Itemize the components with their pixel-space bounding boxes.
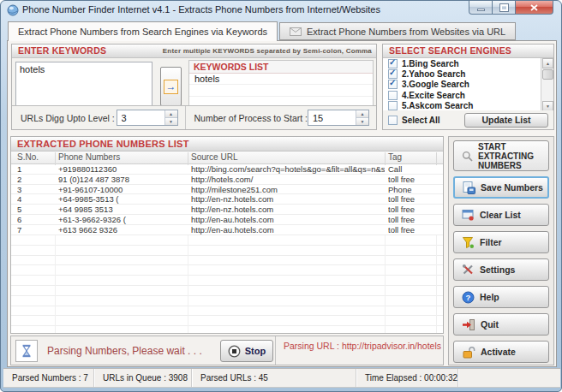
cell-url: http://en-au.hotels.com <box>191 215 385 224</box>
table-row[interactable]: 7 +613 9662 9326 http://en-au.hotels.com… <box>11 225 443 235</box>
parsing-status-text: Parsing Numbers, Please wait . . . <box>47 345 202 357</box>
close-button[interactable] <box>516 1 553 15</box>
checkbox-icon[interactable]: ✓ <box>388 91 398 100</box>
save-numbers-button[interactable]: Save Numbers <box>453 176 549 199</box>
process-count-input[interactable] <box>308 110 356 125</box>
cell-phone: +919880112360 <box>58 164 187 174</box>
maximize-icon <box>500 4 508 11</box>
cell-tag: toll free <box>388 194 436 204</box>
status-segment: URLs in Queue : 3908 <box>94 369 192 387</box>
hourglass-icon <box>20 343 33 359</box>
checkbox-icon[interactable]: ✓ <box>388 59 398 68</box>
column-header-phone[interactable]: Phone Numbers <box>58 152 187 162</box>
app-window: Phone Number Finder Internet v4.1 - Extr… <box>0 0 562 392</box>
search-engine-label: 3.Google Search <box>402 80 469 89</box>
titlebar[interactable]: Phone Number Finder Internet v4.1 - Extr… <box>1 1 561 20</box>
scroll-up-icon[interactable]: ▲ <box>542 58 553 68</box>
table-row[interactable]: 2 91 (0)124 487 3878 http://hotels.com/ … <box>11 175 443 185</box>
filter-button[interactable]: Filter <box>453 231 549 253</box>
search-engine-label: 2.Yahoo Search <box>402 69 465 79</box>
search-engines-list: ✓ 1.Bing Search ✓ 2.Yahoo Search ✓ 3.Goo… <box>383 58 553 111</box>
status-bar: Parsed Numbers : 7 URLs in Queue : 3908 … <box>3 368 560 388</box>
spin-down-icon[interactable]: ▼ <box>165 118 177 125</box>
help-icon: ? <box>462 291 475 304</box>
engines-scrollbar[interactable]: ▲ ▼ <box>541 58 553 111</box>
spin-up-icon[interactable]: ▲ <box>356 110 368 118</box>
digg-level-stepper[interactable]: ▲ ▼ <box>117 110 178 126</box>
tab-bar: Extract Phone Numbers from Search Engine… <box>8 21 516 41</box>
cell-phone: +64-9985-3513 ( <box>58 194 187 204</box>
status-segment: Parsed Numbers : 7 <box>3 369 94 387</box>
column-header-url[interactable]: Source URL <box>191 152 385 162</box>
add-keyword-button[interactable]: → <box>160 67 182 106</box>
update-list-button[interactable]: Update List <box>464 113 548 128</box>
start-extracting-button[interactable]: START EXTRACTING NUMBERS <box>453 140 549 171</box>
status-segment: Parsed URLs : 45 <box>192 369 356 387</box>
clear-list-button[interactable]: Clear List <box>453 204 549 226</box>
cell-phone: 91 (0)124 487 3878 <box>58 175 187 184</box>
search-engines-header: SELECT SEARCH ENGINES <box>389 45 511 57</box>
keywords-input[interactable]: hotels <box>15 62 152 111</box>
select-all-checkbox[interactable]: ✓ <box>388 116 398 125</box>
keyword-item[interactable]: hotels <box>189 74 373 86</box>
help-button[interactable]: ? Help <box>453 286 549 308</box>
checkbox-icon[interactable]: ✓ <box>388 69 398 79</box>
tab-search-engines[interactable]: Extract Phone Numbers from Search Engine… <box>8 21 278 41</box>
keywords-hint: Enter multiple KEYWORDS separated by Sem… <box>163 45 376 57</box>
cell-url: http://en-au.hotels.com <box>191 225 385 235</box>
extracted-numbers-panel: EXTRACTED PHONE NUMBERS LIST S.No. Phone… <box>10 136 444 334</box>
cell-sno: 4 <box>17 194 55 204</box>
search-engine-option[interactable]: ✓ 2.Yahoo Search <box>383 68 553 79</box>
cell-tag: toll free <box>388 215 436 224</box>
checkbox-icon[interactable]: ✓ <box>388 101 398 110</box>
filter-icon <box>462 236 475 249</box>
stop-button[interactable]: Stop <box>220 340 273 362</box>
cell-sno: 6 <box>17 215 55 224</box>
search-engine-option[interactable]: ✓ 3.Google Search <box>383 80 553 90</box>
table-header: S.No. Phone Numbers Source URL Tag <box>11 151 443 164</box>
cell-url: http://en-nz.hotels.com <box>191 205 385 214</box>
digg-level-label: URLs Digg Upto Level : <box>12 113 115 123</box>
checkbox-icon[interactable]: ✓ <box>388 80 398 89</box>
activate-button[interactable]: Activate <box>453 341 549 363</box>
enter-keywords-header: ENTER KEYWORDS <box>18 45 106 57</box>
digg-level-input[interactable] <box>117 110 164 125</box>
column-header-tag[interactable]: Tag <box>388 152 436 162</box>
table-row[interactable]: 3 +91-96107-10000 http://milestone251.co… <box>11 185 443 195</box>
search-engines-panel: SELECT SEARCH ENGINES ✓ 1.Bing Search ✓ … <box>382 44 554 130</box>
minimize-button[interactable] <box>469 1 493 15</box>
search-engine-label: 1.Bing Search <box>402 59 459 68</box>
table-row[interactable]: 1 +919880112360 http://bing.com/search?q… <box>11 164 443 175</box>
unlock-icon <box>462 346 475 359</box>
table-row[interactable]: 5 +64 9985 3513 http://en-nz.hotels.com … <box>11 205 443 215</box>
settings-button[interactable]: Settings <box>453 258 549 281</box>
cell-sno: 2 <box>17 175 55 184</box>
table-row[interactable]: 6 +61-3-9662-9326 ( http://en-au.hotels.… <box>11 215 443 225</box>
svg-text:?: ? <box>466 293 471 302</box>
stop-icon <box>228 345 241 358</box>
maximize-button[interactable] <box>493 1 516 15</box>
cell-url: http://en-nz.hotels.com <box>191 194 385 204</box>
search-engine-option[interactable]: ✓ 4.Excite Search <box>383 90 553 100</box>
process-count-stepper[interactable]: ▲ ▼ <box>308 110 369 126</box>
window-title: Phone Number Finder Internet v4.1 - Extr… <box>22 4 380 15</box>
spin-up-icon[interactable]: ▲ <box>165 110 177 118</box>
cell-tag: toll free <box>388 175 436 184</box>
status-segment: Time Elapsed : 00:00:32 <box>356 369 458 387</box>
table-row[interactable]: 4 +64-9985-3513 ( http://en-nz.hotels.co… <box>11 194 443 205</box>
quit-button[interactable]: Quit <box>453 313 549 336</box>
cell-tag: toll free <box>388 205 436 214</box>
search-icon <box>462 151 473 162</box>
cell-url: http://milestone251.com <box>191 185 385 194</box>
settings-tools-icon <box>462 264 475 276</box>
parsing-status-bar: Parsing Numbers, Please wait . . . Stop … <box>10 336 444 365</box>
keywords-list-header: KEYWORDS LIST <box>189 61 373 74</box>
spin-down-icon[interactable]: ▼ <box>356 118 368 125</box>
column-header-sno[interactable]: S.No. <box>17 152 55 162</box>
scrollbar-thumb[interactable] <box>542 69 553 80</box>
tab-websites-url[interactable]: Extract Phone Numbers from Websites via … <box>279 22 516 40</box>
table-empty-rows <box>11 235 443 333</box>
cell-phone: +61-3-9662-9326 ( <box>58 215 187 224</box>
search-engine-option[interactable]: ✓ 1.Bing Search <box>383 58 553 68</box>
search-engine-label: 4.Excite Search <box>402 91 465 100</box>
